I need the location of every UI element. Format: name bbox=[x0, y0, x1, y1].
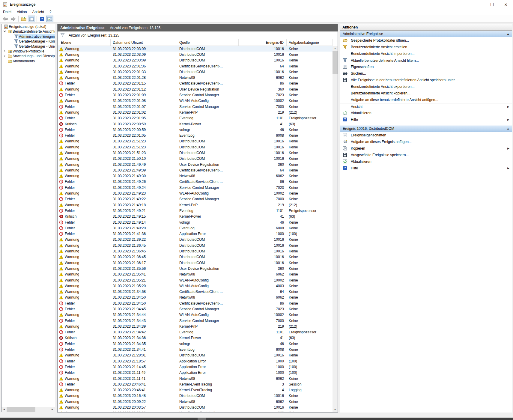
table-row[interactable]: Warnung31.03.2023 22:01:12User Device Re… bbox=[58, 86, 333, 92]
table-row[interactable]: Warnung31.03.2023 21:36:45DistributedCOM… bbox=[58, 254, 333, 260]
table-row[interactable]: Fehler31.03.2023 21:49:26CertificateServ… bbox=[58, 179, 333, 185]
column-header-quelle[interactable]: Quelle bbox=[177, 39, 239, 46]
table-row[interactable]: Kritisch31.03.2023 22:00:59Kernel-Power4… bbox=[58, 121, 333, 127]
actions-group-header[interactable]: Administrative Ereignisse▲ bbox=[340, 31, 512, 37]
table-row[interactable]: Warnung31.03.2023 21:36:17DistributedCOM… bbox=[58, 260, 333, 266]
table-row[interactable]: Fehler31.03.2023 21:49:24Service Control… bbox=[58, 185, 333, 190]
tree-item-administrative-ereignisse[interactable]: Administrative Ereignisse bbox=[1, 34, 55, 39]
scroll-left-icon[interactable]: ◄ bbox=[1, 407, 7, 412]
action-item-aufgabe-an-diese-benutzerdefinierte-ansicht-anfügen[interactable]: Aufgabe an diese benutzerdefinierte Ansi… bbox=[340, 97, 512, 103]
table-row[interactable]: Fehler31.03.2023 22:01:09Service Control… bbox=[58, 92, 333, 98]
table-row[interactable]: Warnung31.03.2023 21:51:23DistributedCOM… bbox=[58, 139, 333, 144]
tree-item-label[interactable]: Administrative Ereignisse bbox=[18, 34, 55, 39]
table-row[interactable]: Warnung31.03.2023 21:35:21WLAN-AutoConfi… bbox=[58, 277, 333, 283]
table-row[interactable]: Warnung31.03.2023 21:49:39CertificateSer… bbox=[58, 167, 333, 173]
table-row[interactable]: Warnung31.03.2023 21:34:39Kernel-PnP219(… bbox=[58, 323, 333, 329]
table-row[interactable]: Kritisch31.03.2023 21:49:15Kernel-Power4… bbox=[58, 214, 333, 219]
table-row[interactable]: Fehler31.03.2023 21:34:45Service Control… bbox=[58, 306, 333, 312]
table-row[interactable]: Fehler31.03.2023 21:18:57Application Err… bbox=[58, 358, 333, 364]
tree-item-label[interactable]: Ereignisanzeige (Lokal) bbox=[8, 24, 47, 29]
tree-item-geräte-manager-univers[interactable]: Geräte-Manager - Univers bbox=[1, 44, 55, 49]
table-row[interactable]: Fehler31.03.2023 21:49:20EventLog6008Kei… bbox=[58, 225, 333, 231]
table-row[interactable]: Fehler31.03.2023 22:00:59volmgr46Keine bbox=[58, 127, 333, 133]
action-item-gespeicherte-protokolldatei-öffnen[interactable]: Gespeicherte Protokolldatei öffnen... bbox=[340, 37, 512, 44]
tree-item-label[interactable]: Windows-Protokolle bbox=[12, 49, 45, 54]
action-item-hilfe[interactable]: ?Hilfe▶ bbox=[340, 116, 512, 123]
tree-item-windows-protokolle[interactable]: Windows-Protokolle bbox=[1, 49, 55, 54]
table-row[interactable]: Warnung31.03.2023 21:34:44WLAN-AutoConfi… bbox=[58, 312, 333, 318]
action-item-kopieren[interactable]: Kopieren▶ bbox=[340, 145, 512, 152]
table-row[interactable]: Fehler31.03.2023 22:01:07Service Control… bbox=[58, 104, 333, 109]
table-row[interactable]: Fehler31.03.2023 21:34:41EventLog6008Kei… bbox=[58, 347, 333, 352]
action-item-aufgabe-an-dieses-ereignis-anfügen[interactable]: Aufgabe an dieses Ereignis anfügen... bbox=[340, 139, 512, 145]
table-row[interactable]: Warnung31.03.2023 21:35:20WLAN-AutoConfi… bbox=[58, 283, 333, 289]
menu-hilfe[interactable]: ? bbox=[47, 9, 54, 15]
minimize-button[interactable]: — bbox=[471, 0, 485, 9]
tree-item-label[interactable]: Anwendungs- und Dienstprot bbox=[12, 54, 55, 58]
open-file-icon[interactable] bbox=[20, 16, 27, 22]
table-row[interactable]: Warnung31.03.2023 21:35:56User Device Re… bbox=[58, 266, 333, 271]
action-item-eigenschaften[interactable]: Eigenschaften bbox=[340, 64, 512, 70]
chevron-right-icon[interactable] bbox=[3, 49, 6, 53]
table-row[interactable]: Fehler31.03.2023 20:46:41Kernel-EventTra… bbox=[58, 381, 333, 387]
tree-horizontal-scrollbar[interactable]: ◄ ► bbox=[1, 407, 55, 412]
table-row[interactable]: Warnung31.03.2023 21:49:23WLAN-AutoConfi… bbox=[58, 190, 333, 196]
scrollbar-thumb[interactable] bbox=[333, 51, 338, 74]
table-row[interactable]: Kritisch31.03.2023 21:34:36Kernel-Power4… bbox=[58, 335, 333, 341]
table-row[interactable]: Fehler31.03.2023 21:14:45Application Err… bbox=[58, 364, 333, 370]
collapse-icon[interactable]: ▲ bbox=[507, 127, 509, 130]
scroll-up-icon[interactable]: ▲ bbox=[333, 46, 338, 51]
table-row[interactable]: Fehler31.03.2023 21:34:35volmgr46Keine bbox=[58, 341, 333, 347]
close-button[interactable]: ✕ bbox=[499, 0, 513, 9]
table-row[interactable]: Warnung31.03.2023 22:01:08WLAN-AutoConfi… bbox=[58, 98, 333, 104]
table-row[interactable]: Warnung31.03.2023 21:49:18Kernel-PnP219(… bbox=[58, 202, 333, 208]
table-row[interactable]: Fehler31.03.2023 21:34:50CertificateServ… bbox=[58, 300, 333, 306]
scrollbar-thumb[interactable] bbox=[7, 407, 35, 412]
table-row[interactable]: Fehler31.03.2023 21:11:49Application Err… bbox=[58, 370, 333, 376]
table-row[interactable]: Warnung31.03.2023 22:03:09DistributedCOM… bbox=[58, 52, 333, 57]
table-row[interactable]: Warnung31.03.2023 22:01:02Kernel-PnP219(… bbox=[58, 109, 333, 115]
table-row[interactable]: Warnung31.03.2023 22:01:28Netwtw086062Ke… bbox=[58, 75, 333, 80]
menu-aktion[interactable]: Aktion bbox=[14, 9, 29, 15]
maximize-button[interactable]: ☐ bbox=[485, 0, 499, 9]
action-item-benutzerdefinierte-ansicht-erstellen[interactable]: Benutzerdefinierte Ansicht erstellen... bbox=[340, 44, 512, 50]
table-row[interactable]: Warnung31.03.2023 20:16:48DistributedCOM… bbox=[58, 393, 333, 399]
table-row[interactable]: Fehler31.03.2023 22:01:15CertificateServ… bbox=[58, 81, 333, 86]
tree-item-abonnements[interactable]: Abonnements bbox=[1, 59, 55, 64]
action-item-benutzerdefinierte-ansicht-exportieren[interactable]: Benutzerdefinierte Ansicht exportieren..… bbox=[340, 83, 512, 90]
menu-ansicht[interactable]: Ansicht bbox=[29, 9, 46, 15]
actions-group-header[interactable]: Ereignis 10016, DistributedCOM▲ bbox=[340, 125, 512, 132]
table-row[interactable]: Warnung31.03.2023 20:03:57DistributedCOM… bbox=[58, 404, 333, 410]
table-row[interactable]: Fehler31.03.2023 21:49:22Service Control… bbox=[58, 196, 333, 202]
action-item-ereigniseigenschaften[interactable]: Ereigniseigenschaften bbox=[340, 132, 512, 139]
forward-arrow-icon[interactable] bbox=[10, 16, 17, 22]
table-row[interactable]: Warnung31.03.2023 21:36:45DistributedCOM… bbox=[58, 248, 333, 254]
column-header-ebene[interactable]: Ebene bbox=[58, 39, 111, 46]
table-row[interactable]: Fehler31.03.2023 22:01:05Eventlog1101Ere… bbox=[58, 115, 333, 121]
table-row[interactable]: Warnung31.03.2023 21:11:41Netwtw086062Ke… bbox=[58, 376, 333, 381]
column-header-aufgabenkategorie[interactable]: Aufgabenkategorie bbox=[287, 39, 333, 46]
table-row[interactable]: Fehler31.03.2023 21:41:36Application Err… bbox=[58, 231, 333, 237]
table-row[interactable]: Warnung31.03.2023 22:01:33DistributedCOM… bbox=[58, 69, 333, 75]
tree-item-benutzerdefinierte-ansichten[interactable]: Benutzerdefinierte Ansichten bbox=[1, 29, 55, 34]
action-item-aktualisieren[interactable]: Aktualisieren bbox=[340, 110, 512, 116]
table-row[interactable]: Warnung31.03.2023 20:09:22Netwtw086062Ke… bbox=[58, 399, 333, 404]
table-row[interactable]: Fehler31.03.2023 21:49:14volmgr46Keine bbox=[58, 219, 333, 225]
back-arrow-icon[interactable] bbox=[2, 16, 9, 22]
action-item-aktuelle-benutzerdefinierte-ansicht-filtern[interactable]: Aktuelle benutzerdefinierte Ansicht filt… bbox=[340, 57, 512, 64]
menu-datei[interactable]: Datei bbox=[0, 9, 14, 15]
action-item-aktualisieren[interactable]: Aktualisieren bbox=[340, 158, 512, 165]
chevron-down-icon[interactable] bbox=[3, 30, 6, 33]
help-icon[interactable]: ? bbox=[38, 16, 46, 22]
table-row[interactable]: Warnung31.03.2023 21:34:58CertificateSer… bbox=[58, 289, 333, 294]
table-row[interactable]: Warnung31.03.2023 21:35:41Netwtw086062Ke… bbox=[58, 272, 333, 277]
table-row[interactable]: Warnung31.03.2023 21:39:22DistributedCOM… bbox=[58, 237, 333, 243]
list-vertical-scrollbar[interactable]: ▲ ▼ bbox=[333, 46, 338, 412]
table-row[interactable]: Warnung31.03.2023 21:28:01DistributedCOM… bbox=[58, 353, 333, 358]
action-item-suchen[interactable]: Suchen... bbox=[340, 70, 512, 77]
table-row[interactable]: Warnung31.03.2023 21:50:10DistributedCOM… bbox=[58, 156, 333, 162]
column-header-ereignis-id[interactable]: Ereignis-ID bbox=[239, 39, 287, 46]
tree-item-anwendungs-und-dienstprot[interactable]: Anwendungs- und Dienstprot bbox=[1, 54, 55, 58]
chevron-right-icon[interactable] bbox=[3, 54, 6, 58]
table-row[interactable]: Warnung31.03.2023 20:03:22User Device Re… bbox=[58, 410, 333, 412]
